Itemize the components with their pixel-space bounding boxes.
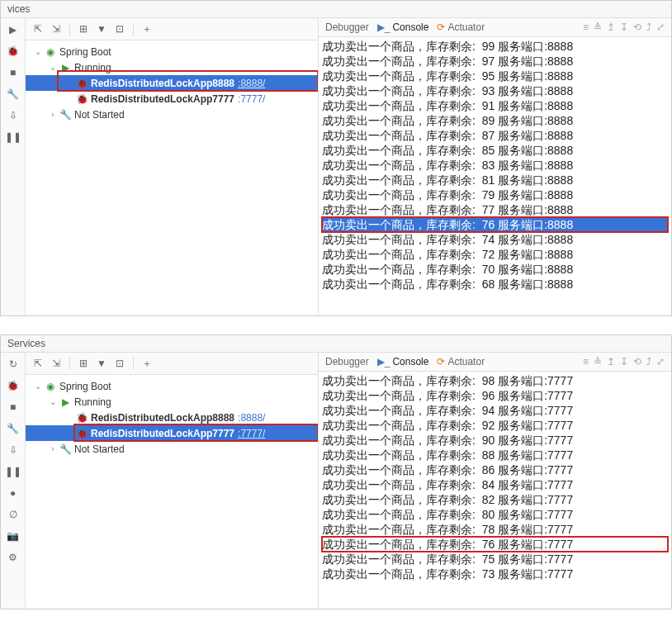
tree-toolbar: ⇱ ⇲ ⊞ ▼ ⊡ ＋ — [26, 18, 318, 40]
action-icon[interactable]: ↧ — [620, 356, 628, 367]
tab-debugger[interactable]: Debugger — [325, 21, 369, 33]
action-icon[interactable]: ≙ — [594, 21, 602, 33]
console-line-highlighted: 成功卖出一个商品，库存剩余: 76 服务端口:8888 — [322, 217, 668, 232]
action-icon[interactable]: ≡ — [583, 356, 589, 367]
stop-icon[interactable]: ■ — [7, 401, 20, 414]
expand-all-icon[interactable]: ⇱ — [31, 356, 45, 371]
record-icon[interactable]: ● — [7, 486, 20, 500]
settings-icon[interactable]: ⚙ — [7, 551, 20, 564]
console-line: 成功卖出一个商品，库存剩余: 99 服务端口:8888 — [322, 39, 668, 54]
tree-toolbar: ⇱ ⇲ ⊞ ▼ ⊡ ＋ — [26, 353, 318, 375]
grid-icon[interactable]: ⊞ — [76, 356, 91, 371]
console-panel: Debugger ▶_Console ⟳Actuator ≡ ≙ ↥ ↧ ⟲ ⤴… — [319, 353, 671, 609]
layout-icon[interactable]: ⊡ — [112, 356, 127, 371]
console-line: 成功卖出一个商品，库存剩余: 80 服务端口:7777 — [322, 507, 668, 522]
step-down-icon[interactable]: ⇩ — [7, 109, 20, 122]
console-line: 成功卖出一个商品，库存剩余: 93 服务端口:8888 — [322, 83, 668, 98]
tab-debugger[interactable]: Debugger — [325, 356, 369, 367]
play-icon: ▶ — [59, 396, 72, 408]
console-output[interactable]: 成功卖出一个商品，库存剩余: 99 服务端口:8888 成功卖出一个商品，库存剩… — [319, 37, 671, 293]
tree-running[interactable]: ⌄ ▶ Running — [26, 394, 318, 410]
wrench-icon[interactable]: 🔧 — [7, 88, 20, 101]
wrench-icon[interactable]: 🔧 — [7, 422, 20, 435]
bug-icon: 🐞 — [75, 93, 88, 105]
grid-icon[interactable]: ⊞ — [76, 21, 91, 36]
expand-all-icon[interactable]: ⇱ — [31, 21, 45, 36]
app-port-link[interactable]: :8888/ — [238, 412, 265, 424]
action-icon[interactable]: ≡ — [583, 21, 589, 33]
pause-icon[interactable]: ❚❚ — [7, 465, 20, 478]
app-port-link[interactable]: :7777/ — [238, 93, 265, 105]
app-name: RedisDistributedLockApp7777 — [91, 93, 234, 105]
rerun-icon[interactable]: ↻ — [7, 358, 20, 371]
console-tabs: Debugger ▶_Console ⟳Actuator ≡ ≙ ↥ ↧ ⟲ ⤴… — [319, 353, 671, 372]
console-line: 成功卖出一个商品，库存剩余: 82 服务端口:7777 — [322, 492, 668, 507]
tree-app-8888[interactable]: 🐞 RedisDistributedLockApp8888 :8888/ — [26, 410, 318, 425]
tree-app-7777[interactable]: 🐞 RedisDistributedLockApp7777 :7777/ — [26, 91, 318, 107]
tree-not-started[interactable]: › 🔧 Not Started — [26, 441, 318, 457]
tree-app-8888[interactable]: 🐞 RedisDistributedLockApp8888 :8888/ — [26, 75, 318, 91]
action-icon[interactable]: ⤢ — [656, 21, 665, 33]
console-icon: ▶_ — [377, 356, 390, 367]
console-panel: Debugger ▶_Console ⟳Actuator ≡ ≙ ↥ ↧ ⟲ ⤴… — [319, 18, 671, 315]
camera-icon[interactable]: 📷 — [7, 529, 20, 543]
panel-title: Services — [1, 335, 671, 353]
tab-console[interactable]: ▶_Console — [377, 356, 429, 367]
action-icon[interactable]: ≙ — [594, 356, 602, 367]
action-icon[interactable]: ⤴ — [646, 356, 651, 367]
console-output[interactable]: 成功卖出一个商品，库存剩余: 98 服务端口:7777 成功卖出一个商品，库存剩… — [319, 372, 671, 583]
tab-actions: ≡ ≙ ↥ ↧ ⟲ ⤴ ⤢ — [583, 21, 665, 33]
tree-app-7777[interactable]: 🐞 RedisDistributedLockApp7777 :7777/ — [26, 425, 318, 441]
filter-icon[interactable]: ▼ — [94, 21, 109, 36]
console-line: 成功卖出一个商品，库存剩余: 94 服务端口:7777 — [322, 403, 668, 418]
console-line: 成功卖出一个商品，库存剩余: 81 服务端口:8888 — [322, 173, 668, 187]
collapse-all-icon[interactable]: ⇲ — [49, 356, 64, 371]
step-down-icon[interactable]: ⇩ — [7, 443, 20, 457]
service-tree: ⌄ ◉ Spring Boot ⌄ ▶ Running 🐞 RedisDistr… — [26, 375, 318, 460]
console-tabs: Debugger ▶_Console ⟳Actuator ≡ ≙ ↥ ↧ ⟲ ⤴… — [319, 18, 671, 37]
tree-root[interactable]: ⌄ ◉ Spring Boot — [26, 378, 318, 394]
tab-console[interactable]: ▶_Console — [377, 21, 429, 33]
console-line: 成功卖出一个商品，库存剩余: 84 服务端口:7777 — [322, 477, 668, 492]
mute-icon[interactable]: ∅ — [7, 508, 20, 521]
spring-icon: ◉ — [44, 381, 57, 392]
collapse-all-icon[interactable]: ⇲ — [49, 21, 64, 36]
action-icon[interactable]: ↥ — [607, 356, 615, 367]
stop-icon[interactable]: ■ — [7, 66, 20, 79]
console-line: 成功卖出一个商品，库存剩余: 79 服务端口:8888 — [322, 187, 668, 202]
debug-icon[interactable]: 🐞 — [7, 379, 20, 392]
action-icon[interactable]: ⤴ — [646, 21, 651, 33]
app-port-link[interactable]: :7777/ — [238, 428, 265, 439]
add-icon[interactable]: ＋ — [140, 356, 154, 371]
run-icon[interactable]: ▶ — [7, 23, 20, 36]
spring-icon: ◉ — [44, 46, 57, 58]
tree-root[interactable]: ⌄ ◉ Spring Boot — [26, 44, 318, 59]
bug-icon: 🐞 — [75, 78, 88, 89]
chevron-right-icon: › — [47, 110, 59, 119]
tree-label: Not Started — [74, 109, 125, 121]
debug-icon[interactable]: 🐞 — [7, 45, 20, 58]
action-icon[interactable]: ⟲ — [633, 356, 641, 367]
pause-icon[interactable]: ❚❚ — [7, 130, 20, 144]
action-icon[interactable]: ⤢ — [656, 356, 665, 367]
tree-not-started[interactable]: › 🔧 Not Started — [26, 107, 318, 122]
tab-actuator[interactable]: ⟳Actuator — [437, 21, 485, 33]
app-port-link[interactable]: :8888/ — [238, 78, 265, 89]
chevron-down-icon: ⌄ — [32, 382, 44, 391]
chevron-down-icon: ⌄ — [32, 47, 44, 56]
action-icon[interactable]: ↥ — [607, 21, 615, 33]
tree-label: Not Started — [74, 443, 125, 455]
tree-label: Running — [74, 62, 111, 73]
action-icon[interactable]: ↧ — [620, 21, 628, 33]
tab-actuator[interactable]: ⟳Actuator — [437, 356, 485, 367]
console-line: 成功卖出一个商品，库存剩余: 74 服务端口:8888 — [322, 232, 668, 247]
action-icon[interactable]: ⟲ — [633, 21, 641, 33]
console-line-highlighted: 成功卖出一个商品，库存剩余: 76 服务端口:7777 — [322, 537, 668, 552]
tree-running[interactable]: ⌄ ▶ Running — [26, 59, 318, 75]
chevron-down-icon: ⌄ — [47, 397, 59, 406]
add-icon[interactable]: ＋ — [140, 21, 154, 36]
filter-icon[interactable]: ▼ — [94, 356, 109, 371]
tree-label: Spring Boot — [59, 381, 111, 392]
layout-icon[interactable]: ⊡ — [112, 21, 127, 36]
services-panel-2: Services ↻ 🐞 ■ 🔧 ⇩ ❚❚ ● ∅ 📷 ⚙ ⇱ ⇲ ⊞ ▼ ⊡ … — [0, 334, 672, 609]
